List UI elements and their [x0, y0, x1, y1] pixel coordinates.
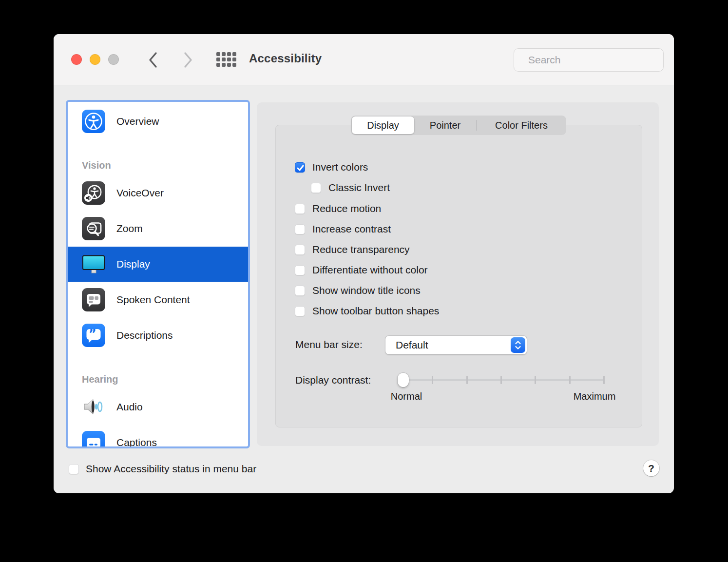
slider-tick	[603, 376, 605, 384]
checkbox-label: Differentiate without color	[312, 264, 428, 276]
tab-label: Pointer	[430, 120, 460, 131]
descriptions-icon: ”	[82, 324, 105, 347]
invert-colors-checkbox[interactable]	[295, 162, 305, 173]
differentiate-without-color-checkbox[interactable]	[295, 265, 305, 275]
display-settings-box: Invert colors Classic Invert Reduce moti…	[275, 125, 642, 427]
minimize-window-button[interactable]	[90, 54, 100, 65]
page-title: Accessibility	[249, 52, 322, 65]
slider-tick	[432, 376, 433, 384]
tab-label: Color Filters	[495, 120, 548, 131]
footer-checkbox-label: Show Accessibility status in menu bar	[86, 463, 256, 475]
slider-tick	[500, 376, 502, 384]
checkbox-row: Reduce motion	[295, 203, 381, 214]
slider-tick	[466, 376, 468, 384]
checkbox-label: Increase contrast	[312, 223, 391, 235]
close-window-button[interactable]	[71, 54, 82, 65]
audio-speaker-icon	[82, 395, 105, 419]
tab-bar: Display Pointer Color Filters	[351, 116, 566, 135]
traffic-lights	[71, 54, 119, 65]
checkbox-row: Differentiate without color	[295, 265, 428, 275]
checkbox-label: Show toolbar button shapes	[312, 305, 439, 317]
tab-display[interactable]: Display	[352, 116, 414, 134]
checkbox-label: Reduce motion	[312, 203, 381, 214]
spoken-content-icon	[82, 288, 105, 311]
slider-tick	[569, 376, 571, 384]
voiceover-icon	[82, 181, 105, 205]
slider-max-label: Maximum	[565, 391, 624, 402]
sidebar-item-label: Captions	[116, 437, 157, 448]
slider-min-label: Normal	[377, 391, 436, 402]
help-button[interactable]: ?	[643, 460, 659, 476]
sidebar-item-overview[interactable]: Overview	[68, 104, 248, 139]
sidebar-section-vision: Vision	[82, 160, 111, 171]
checkbox-row: Reduce transparency	[295, 244, 410, 255]
footer: Show Accessibility status in menu bar	[69, 463, 256, 475]
show-toolbar-button-shapes-checkbox[interactable]	[295, 306, 305, 316]
sidebar-item-spoken-content[interactable]: Spoken Content	[68, 282, 248, 317]
sidebar-item-descriptions[interactable]: ” Descriptions	[68, 318, 248, 353]
menu-bar-size-select[interactable]: Default	[385, 336, 527, 354]
dropdown-stepper	[511, 337, 525, 353]
slider-thumb[interactable]	[398, 373, 409, 387]
show-window-title-icons-checkbox[interactable]	[295, 286, 305, 296]
sidebar-item-captions[interactable]: Captions	[68, 425, 248, 448]
checkbox-label: Invert colors	[312, 161, 368, 173]
checkbox-row: Classic Invert	[311, 182, 390, 193]
tab-color-filters[interactable]: Color Filters	[477, 116, 566, 134]
search-field[interactable]	[514, 48, 664, 72]
checkbox-row: Invert colors	[295, 162, 368, 173]
sidebar-section-hearing: Hearing	[82, 374, 118, 385]
reduce-transparency-checkbox[interactable]	[295, 245, 305, 255]
titlebar: Accessibility	[54, 34, 674, 85]
sidebar-item-label: Zoom	[116, 223, 143, 234]
sidebar-item-label: VoiceOver	[116, 187, 164, 199]
sidebar-item-label: Descriptions	[116, 329, 173, 341]
sidebar-item-display[interactable]: Display	[68, 247, 248, 282]
menu-bar-size-label: Menu bar size:	[295, 339, 363, 350]
display-monitor-icon	[82, 252, 105, 276]
sidebar-item-label: Overview	[116, 116, 159, 127]
checkbox-row: Increase contrast	[295, 224, 391, 234]
sidebar-item-label: Display	[116, 258, 150, 270]
slider-tick	[535, 376, 536, 384]
accessibility-overview-icon	[82, 110, 105, 133]
forward-button[interactable]	[179, 50, 197, 70]
zoom-window-button[interactable]	[108, 54, 119, 65]
tab-label: Display	[367, 120, 399, 131]
accessibility-preferences-window: Accessibility Overview Vision	[54, 34, 674, 493]
checkmark-icon	[296, 164, 305, 172]
chevron-left-icon	[148, 52, 158, 68]
show-all-preferences-button[interactable]	[216, 52, 237, 67]
checkbox-label: Reduce transparency	[312, 244, 410, 255]
sidebar-item-voiceover[interactable]: VoiceOver	[68, 175, 248, 211]
captions-icon	[82, 431, 105, 448]
sidebar-item-zoom[interactable]: Zoom	[68, 211, 248, 246]
checkbox-row: Show window title icons	[295, 285, 421, 296]
menu-bar-size-value: Default	[396, 339, 428, 351]
show-accessibility-status-checkbox[interactable]	[69, 464, 79, 474]
sidebar-item-label: Audio	[116, 401, 143, 413]
tab-pointer[interactable]: Pointer	[414, 116, 476, 134]
up-down-chevrons-icon	[514, 340, 522, 350]
chevron-right-icon	[183, 52, 193, 68]
checkbox-row: Show toolbar button shapes	[295, 306, 439, 316]
back-button[interactable]	[144, 50, 162, 70]
display-contrast-slider[interactable]	[398, 372, 605, 388]
sidebar-item-label: Spoken Content	[116, 294, 190, 306]
increase-contrast-checkbox[interactable]	[295, 224, 305, 234]
svg-text:”: ”	[89, 327, 96, 341]
classic-invert-checkbox[interactable]	[311, 183, 321, 193]
reduce-motion-checkbox[interactable]	[295, 204, 305, 214]
main-panel: Display Pointer Color Filters Invert col…	[257, 102, 659, 446]
zoom-feature-icon	[82, 217, 105, 240]
sidebar-item-audio[interactable]: Audio	[68, 389, 248, 425]
checkbox-label: Show window title icons	[312, 285, 421, 296]
question-mark-icon: ?	[648, 463, 654, 474]
sidebar: Overview Vision VoiceOver	[66, 100, 250, 448]
display-contrast-label: Display contrast:	[295, 374, 371, 386]
checkbox-label: Classic Invert	[328, 182, 390, 194]
search-input[interactable]	[528, 54, 660, 66]
